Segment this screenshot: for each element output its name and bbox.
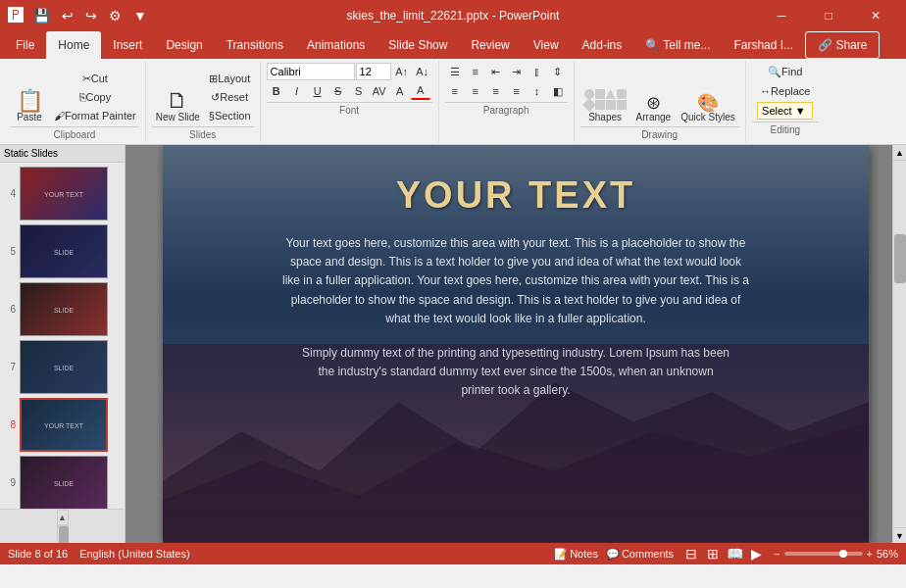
save-icon[interactable]: 💾: [29, 6, 54, 25]
align-center-button[interactable]: ≡: [466, 82, 485, 100]
notes-button[interactable]: 📝 Notes: [554, 548, 598, 561]
reset-button[interactable]: ↺ Reset: [206, 88, 254, 106]
tab-review[interactable]: Review: [459, 31, 521, 59]
tab-share[interactable]: 🔗 Share: [805, 31, 880, 59]
slide-thumb-6[interactable]: 6 SLIDE: [4, 282, 121, 336]
slide-thumb-8[interactable]: 8 YOUR TEXT: [4, 398, 121, 452]
tab-account[interactable]: Farshad I...: [722, 31, 805, 59]
section-button[interactable]: § Section: [206, 107, 254, 124]
minimize-button[interactable]: ─: [759, 0, 804, 31]
paste-button[interactable]: 📋 Paste: [10, 88, 49, 124]
line-spacing-button[interactable]: ↕: [528, 82, 547, 100]
undo-icon[interactable]: ↩: [58, 6, 77, 25]
comments-button[interactable]: 💬 Comments: [606, 548, 674, 561]
justify-button[interactable]: ≡: [507, 82, 527, 100]
text-columns-button[interactable]: ⫿: [528, 63, 547, 80]
quick-styles-button[interactable]: 🎨 Quick Styles: [677, 92, 739, 124]
canvas-scroll-track[interactable]: [893, 161, 906, 527]
format-painter-button[interactable]: 🖌 Format Painter: [51, 107, 139, 124]
layout-button[interactable]: ⊞ Layout: [206, 70, 254, 87]
slide-thumbnail-6[interactable]: SLIDE: [20, 282, 108, 336]
bold-button[interactable]: B: [267, 82, 286, 100]
zoom-minus-button[interactable]: −: [774, 548, 780, 560]
text-direction-button[interactable]: A: [390, 82, 410, 100]
clipboard-label: Clipboard: [10, 126, 139, 140]
font-color-button[interactable]: A: [411, 82, 430, 100]
view-buttons: ⊟ ⊞ 📖 ▶: [681, 546, 766, 562]
slide-canvas[interactable]: YOUR TEXT Your text goes here, customize…: [163, 145, 869, 543]
outdent-button[interactable]: ⇤: [486, 63, 506, 80]
dropdown-icon[interactable]: ▼: [129, 6, 151, 25]
slide-sorter-button[interactable]: ⊞: [703, 546, 723, 562]
slide-thumbnail-5[interactable]: SLIDE: [20, 224, 108, 278]
tab-insert[interactable]: Insert: [101, 31, 154, 59]
scroll-up-arrow[interactable]: ▲: [57, 510, 69, 525]
increase-font-button[interactable]: A↑: [392, 63, 412, 80]
tab-animations[interactable]: Animations: [295, 31, 377, 59]
slide-thumb-9[interactable]: 9 SLIDE: [4, 456, 121, 509]
slide-lorem-text[interactable]: Simply dummy text of the printing and ty…: [300, 344, 731, 401]
find-button[interactable]: 🔍 Find: [757, 63, 813, 80]
redo-icon[interactable]: ↪: [81, 6, 101, 25]
align-left-button[interactable]: ≡: [445, 82, 465, 100]
reading-view-button[interactable]: 📖: [725, 546, 744, 562]
tab-file[interactable]: File: [4, 31, 46, 59]
numbering-button[interactable]: ≡: [466, 63, 485, 80]
tab-home[interactable]: Home: [46, 31, 101, 59]
slide-thumb-7[interactable]: 7 SLIDE: [4, 340, 121, 394]
scroll-thumb[interactable]: [59, 526, 69, 543]
tab-tell[interactable]: 🔍 Tell me...: [633, 31, 722, 59]
tab-design[interactable]: Design: [154, 31, 214, 59]
tab-transitions[interactable]: Transitions: [215, 31, 295, 59]
text-direction-para-button[interactable]: ⇕: [548, 63, 568, 80]
zoom-slider-thumb[interactable]: [839, 550, 847, 558]
restore-button[interactable]: □: [806, 0, 851, 31]
cut-button[interactable]: ✂ Cut: [51, 70, 139, 87]
strikethrough-button[interactable]: S: [328, 82, 348, 100]
slides-content: 🗋 New Slide ⊞ Layout ↺ Reset § Section: [152, 63, 254, 124]
normal-view-button[interactable]: ⊟: [681, 546, 701, 562]
slide-thumb-4[interactable]: 4 YOUR TEXT: [4, 167, 121, 220]
tab-addins[interactable]: Add-ins: [571, 31, 634, 59]
canvas-scroll-thumb[interactable]: [894, 234, 906, 283]
indent-button[interactable]: ⇥: [507, 63, 527, 80]
canvas-scroll-down[interactable]: ▼: [893, 527, 906, 543]
close-button[interactable]: ✕: [853, 0, 898, 31]
copy-button[interactable]: ⎘ Copy: [51, 88, 139, 106]
slideshow-view-button[interactable]: ▶: [746, 546, 766, 562]
font-name-input[interactable]: [267, 63, 355, 80]
shape4: [617, 100, 627, 110]
zoom-plus-button[interactable]: +: [867, 548, 873, 560]
smart-art-button[interactable]: ◧: [548, 82, 568, 100]
slide-thumbnail-7[interactable]: SLIDE: [20, 340, 108, 394]
select-button[interactable]: Select ▼: [757, 102, 813, 120]
new-slide-button[interactable]: 🗋 New Slide: [152, 88, 204, 124]
italic-button[interactable]: I: [287, 82, 307, 100]
underline-button[interactable]: U: [308, 82, 327, 100]
char-spacing-button[interactable]: AV: [370, 82, 389, 100]
shapes-button[interactable]: Shapes: [580, 87, 630, 124]
slide-thumbnail-4[interactable]: YOUR TEXT: [20, 167, 108, 220]
slides-secondary: ⊞ Layout ↺ Reset § Section: [206, 70, 254, 124]
zoom-slider[interactable]: [784, 552, 863, 556]
arrange-button[interactable]: ⊛ Arrange: [632, 92, 676, 124]
clipboard-secondary: ✂ Cut ⎘ Copy 🖌 Format Painter: [51, 70, 139, 124]
customize-icon[interactable]: ⚙: [105, 6, 126, 25]
slide-body-text[interactable]: Your text goes here, customize this area…: [280, 234, 751, 328]
slide-heading[interactable]: YOUR TEXT: [396, 174, 635, 217]
font-size-input[interactable]: [356, 63, 391, 80]
scroll-track[interactable]: [57, 525, 69, 527]
tab-slideshow[interactable]: Slide Show: [377, 31, 459, 59]
slide-thumbnail-8[interactable]: YOUR TEXT: [20, 398, 108, 452]
tab-view[interactable]: View: [522, 31, 571, 59]
slide-panel-scroll[interactable]: 4 YOUR TEXT 5 SLIDE 6 SLIDE 7: [0, 163, 125, 509]
decrease-font-button[interactable]: A↓: [413, 63, 432, 80]
bullets-button[interactable]: ☰: [445, 63, 465, 80]
slide-thumb-5[interactable]: 5 SLIDE: [4, 224, 121, 278]
zoom-level[interactable]: 56%: [877, 548, 898, 560]
replace-button[interactable]: ↔ Replace: [757, 82, 813, 100]
slide-thumbnail-9[interactable]: SLIDE: [20, 456, 108, 509]
canvas-scroll-up[interactable]: ▲: [893, 145, 906, 161]
shadow-button[interactable]: S: [349, 82, 369, 100]
align-right-button[interactable]: ≡: [486, 82, 506, 100]
